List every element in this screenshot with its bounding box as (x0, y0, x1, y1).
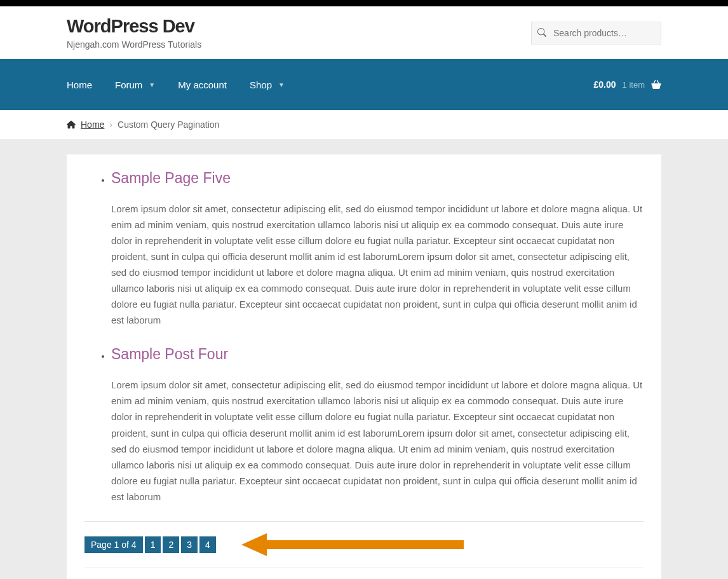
nav-item-shop[interactable]: Shop ▼ (238, 79, 296, 90)
site-title[interactable]: WordPress Dev (67, 16, 201, 37)
page-number[interactable]: 3 (181, 536, 198, 553)
list-item: Sample Page Five (111, 170, 644, 187)
breadcrumb: Home › Custom Query Pagination (67, 119, 661, 130)
search-input[interactable] (531, 22, 661, 44)
cart-amount: £0.00 (594, 79, 616, 90)
post-content: Lorem ipsum dolor sit amet, consectetur … (111, 201, 644, 328)
admin-topbar (0, 0, 728, 6)
nav-item-forum[interactable]: Forum ▼ (104, 79, 166, 90)
pagination: Page 1 of 4 1 2 3 4 (84, 536, 216, 553)
breadcrumb-current: Custom Query Pagination (118, 119, 219, 130)
breadcrumb-area: Home › Custom Query Pagination (0, 110, 728, 139)
cart-count: 1 item (623, 80, 645, 90)
nav-link[interactable]: Forum (115, 79, 142, 90)
page-number[interactable]: 4 (199, 536, 216, 553)
site-tagline: Njengah.com WordPress Tutorials (67, 39, 201, 50)
page-number[interactable]: 2 (163, 536, 179, 553)
post-content: Lorem ipsum dolor sit amet, consectetur … (111, 377, 644, 504)
chevron-down-icon: ▼ (278, 81, 285, 88)
annotation-arrow (241, 533, 464, 556)
basket-icon (651, 80, 661, 89)
content-card: Sample Page Five Lorem ipsum dolor sit a… (67, 154, 661, 579)
page-number[interactable]: 1 (145, 536, 161, 553)
nav-link[interactable]: Shop (250, 79, 272, 90)
main-nav: Home Forum ▼ My account Shop ▼ £0.00 1 i… (0, 59, 728, 110)
site-header: WordPress Dev Njengah.com WordPress Tuto… (0, 6, 728, 59)
chevron-down-icon: ▼ (149, 81, 155, 88)
search-icon (537, 28, 546, 37)
breadcrumb-home-link[interactable]: Home (81, 119, 104, 130)
nav-link[interactable]: My account (178, 79, 227, 90)
nav-item-account[interactable]: My account (166, 79, 238, 90)
nav-link[interactable]: Home (67, 79, 92, 90)
breadcrumb-separator: › (109, 119, 112, 130)
post-list: Sample Post Four (84, 346, 644, 363)
list-item: Sample Post Four (111, 346, 644, 363)
nav-menu: Home Forum ▼ My account Shop ▼ (67, 79, 296, 90)
site-branding: WordPress Dev Njengah.com WordPress Tuto… (67, 16, 201, 50)
arrow-head-icon (241, 533, 267, 556)
post-list: Sample Page Five (84, 170, 644, 187)
arrow-line (267, 540, 464, 549)
nav-item-home[interactable]: Home (67, 79, 104, 90)
main-content: Sample Page Five Lorem ipsum dolor sit a… (0, 139, 728, 579)
pagination-row: Page 1 of 4 1 2 3 4 (84, 521, 644, 568)
post-title[interactable]: Sample Post Four (111, 346, 644, 363)
home-icon (67, 120, 76, 129)
post-title[interactable]: Sample Page Five (111, 170, 644, 187)
product-search (531, 22, 661, 44)
pagination-status: Page 1 of 4 (84, 536, 143, 553)
cart-link[interactable]: £0.00 1 item (594, 79, 661, 90)
